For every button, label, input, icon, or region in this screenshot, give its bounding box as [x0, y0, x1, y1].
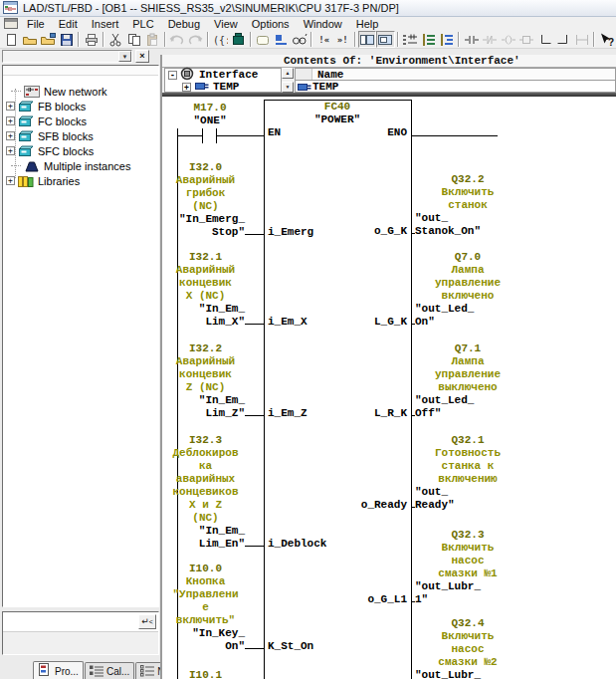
operand-symbol[interactable]: On": [166, 640, 245, 653]
tab-pro[interactable]: Pro...: [33, 661, 84, 679]
menu-item-debug[interactable]: Debug: [161, 18, 207, 30]
previous-error-icon[interactable]: !«: [314, 31, 333, 48]
window-toggle-icon[interactable]: [254, 31, 273, 48]
operand-symbol[interactable]: Stanok_On": [415, 225, 520, 238]
sidebar-item-libraries[interactable]: +Libraries: [3, 173, 158, 188]
operand-address[interactable]: Q32.1: [415, 434, 520, 447]
operand-address[interactable]: I32.2: [166, 342, 245, 355]
operand-address[interactable]: I32.1: [166, 251, 245, 264]
new-document-icon[interactable]: [2, 31, 21, 48]
operand-symbol[interactable]: "In_Key_: [166, 627, 245, 640]
overview-toggle-icon[interactable]: [376, 31, 395, 48]
expand-plus-icon[interactable]: +: [6, 131, 15, 140]
block-number[interactable]: FC40: [264, 101, 411, 113]
menu-item-insert[interactable]: Insert: [85, 18, 126, 30]
close-branch-icon[interactable]: [554, 31, 573, 48]
cut-icon[interactable]: [106, 31, 125, 48]
operand-symbol[interactable]: Stop": [166, 226, 245, 239]
block-output-param[interactable]: o_Ready: [304, 499, 407, 512]
contact-symbol[interactable]: "ONE": [172, 114, 248, 127]
scroll-up-icon[interactable]: ▲: [282, 68, 294, 79]
open-folder-icon[interactable]: [21, 31, 40, 48]
operand-symbol[interactable]: "out_Lubr_: [415, 669, 520, 679]
tab-cal[interactable]: Cal...: [85, 662, 134, 679]
block-name[interactable]: "POWER": [264, 113, 411, 126]
new-network-icon[interactable]: [401, 31, 420, 48]
next-error-icon[interactable]: »!: [333, 31, 352, 48]
sidebar-item-fc-blocks[interactable]: +FC blocks: [3, 113, 158, 128]
operand-symbol[interactable]: "out_Led_: [415, 303, 520, 316]
operand-address[interactable]: Q7.0: [415, 251, 520, 264]
block-output-param[interactable]: o_G_L1: [304, 593, 407, 606]
operand-symbol[interactable]: 1": [415, 593, 520, 606]
collapse-detail-button[interactable]: ↵<: [138, 614, 156, 629]
operand-symbol[interactable]: "out_: [415, 486, 520, 499]
block-output-param[interactable]: o_G_K: [304, 225, 407, 238]
call-structure-icon[interactable]: [438, 31, 457, 48]
block-input-param[interactable]: i_Deblock: [268, 538, 347, 551]
decl-tree-item-interface[interactable]: -Interface: [165, 69, 281, 81]
sidebar-item-new-network[interactable]: New network: [3, 84, 158, 99]
program-elements-toggle-icon[interactable]: [358, 31, 377, 48]
sidebar-item-sfb-blocks[interactable]: +SFB blocks: [3, 128, 158, 143]
block-output-param[interactable]: L_R_K: [304, 407, 407, 420]
expand-plus-icon[interactable]: +: [6, 102, 15, 111]
expand-plus-icon[interactable]: +: [6, 116, 15, 125]
menu-item-help[interactable]: Help: [349, 18, 386, 30]
operand-symbol[interactable]: "In_Em_: [166, 394, 245, 407]
operand-symbol[interactable]: "In_Em_: [166, 525, 245, 538]
operand-address[interactable]: I10.1: [166, 669, 245, 679]
network-combobox[interactable]: ▼: [2, 50, 132, 63]
operand-symbol[interactable]: "In_Em_: [166, 303, 245, 316]
open-branch-icon[interactable]: [536, 31, 555, 48]
block-en-param[interactable]: EN: [268, 126, 308, 139]
operand-symbol[interactable]: "In_Emerg_: [166, 213, 245, 226]
menu-item-plc[interactable]: PLC: [125, 18, 160, 30]
help-cursor-icon[interactable]: ?: [597, 31, 616, 48]
operand-address[interactable]: I32.0: [166, 161, 245, 174]
symbol-information-icon[interactable]: [272, 31, 291, 48]
sidebar-item-multiple-instances[interactable]: Multiple instances: [3, 158, 158, 173]
operand-address[interactable]: I32.3: [166, 434, 245, 447]
contact-no-icon[interactable]: [462, 31, 481, 48]
menu-item-window[interactable]: Window: [297, 18, 349, 30]
menu-item-edit[interactable]: Edit: [52, 18, 85, 30]
expand-plus-icon[interactable]: +: [182, 83, 191, 92]
child-window-icon[interactable]: [4, 18, 18, 31]
operand-address[interactable]: I10.0: [166, 563, 245, 575]
menu-item-options[interactable]: Options: [245, 18, 297, 30]
operand-symbol[interactable]: "out_Lubr_: [415, 580, 520, 593]
block-eno-param[interactable]: ENO: [311, 126, 407, 139]
operand-symbol[interactable]: "out_: [415, 212, 520, 225]
operand-symbol[interactable]: Off": [415, 407, 520, 420]
collapse-minus-icon[interactable]: -: [168, 71, 177, 80]
save-icon[interactable]: [58, 31, 77, 48]
download-icon[interactable]: [229, 31, 248, 48]
scroll-down-icon[interactable]: ▼: [282, 82, 294, 93]
sidebar-item-fb-blocks[interactable]: +FB blocks: [3, 99, 158, 113]
operand-address[interactable]: Q32.3: [415, 529, 520, 542]
expand-plus-icon[interactable]: +: [6, 146, 15, 155]
goto-location-icon[interactable]: ({:: [211, 31, 230, 48]
menu-item-view[interactable]: View: [207, 18, 245, 30]
contact-address[interactable]: M17.0: [172, 102, 248, 114]
operand-address[interactable]: Q32.4: [415, 617, 520, 630]
table-row[interactable]: TEMP: [296, 81, 615, 93]
expand-plus-icon[interactable]: +: [6, 176, 15, 185]
decl-tree-item-temp[interactable]: +TEMP: [165, 81, 281, 93]
operand-address[interactable]: Q32.2: [415, 173, 520, 186]
operand-address[interactable]: Q7.1: [415, 342, 520, 355]
sidebar-item-sfc-blocks[interactable]: +SFC blocks: [3, 143, 158, 158]
operand-symbol[interactable]: "out_Led_: [415, 394, 520, 407]
program-elements-catalog-icon[interactable]: [419, 31, 438, 48]
operand-symbol[interactable]: Lim_En": [166, 538, 245, 551]
copy-icon[interactable]: [124, 31, 143, 48]
monitor-variables-icon[interactable]: [291, 31, 309, 48]
operand-symbol[interactable]: Lim_X": [166, 316, 245, 329]
combo-dropdown-icon[interactable]: ▼: [118, 51, 131, 62]
operand-symbol[interactable]: Lim_Z": [166, 407, 245, 420]
menu-item-file[interactable]: File: [20, 18, 52, 30]
operand-symbol[interactable]: Ready": [415, 499, 520, 512]
block-output-param[interactable]: L_G_K: [304, 316, 407, 329]
close-catalog-button[interactable]: ×: [135, 50, 149, 63]
